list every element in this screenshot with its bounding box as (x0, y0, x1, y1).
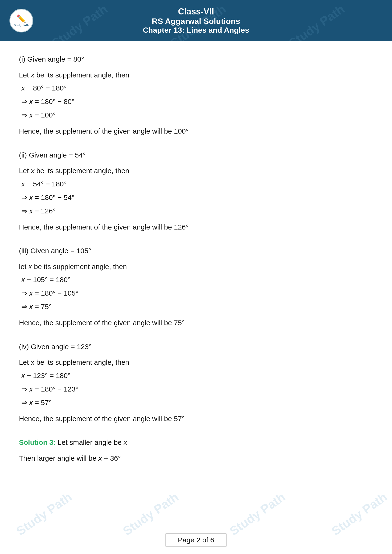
solution3-text1: Let smaller angle be (58, 438, 124, 446)
eq1-iii: x + 105° = 180° (21, 273, 373, 286)
section-iii: (iii) Given angle = 105° let x be its su… (19, 245, 373, 329)
conclusion-i: Hence, the supplement of the given angle… (19, 125, 373, 138)
logo-text: Study Path (14, 23, 29, 27)
solution3-label: Solution 3: (19, 438, 56, 446)
solution3-line1: Solution 3: Let smaller angle be x (19, 436, 373, 449)
given-i: (i) Given angle = 80° (19, 53, 373, 66)
eq1-ii: x + 54° = 180° (21, 177, 373, 191)
var-x-i: x (31, 71, 34, 79)
given-iv: (iv) Given angle = 123° (19, 341, 373, 353)
solution3-section: Solution 3: Let smaller angle be x Then … (19, 436, 373, 464)
conclusion-iv: Hence, the supplement of the given angle… (19, 413, 373, 425)
let-stmt-ii: Let x be its supplement angle, then (19, 165, 373, 177)
eq1-iv: x + 123° = 180° (21, 369, 373, 382)
section-ii: (ii) Given angle = 54° Let x be its supp… (19, 149, 373, 234)
given-ii: (ii) Given angle = 54° (19, 149, 373, 161)
watermark-35: Study Path (329, 490, 390, 538)
page-number-text: Page 2 of 6 (178, 536, 214, 544)
eq2-ii: ⇒ x = 180° − 54° (21, 191, 373, 204)
watermark-34: Study Path (227, 490, 288, 538)
let-stmt-i: Let x be its supplement angle, then (19, 69, 373, 82)
given-iii: (iii) Given angle = 105° (19, 245, 373, 257)
solution3-var1: x (124, 438, 127, 446)
solution3-var2: x (98, 454, 102, 462)
watermark-33: Study Path (120, 490, 181, 538)
conclusion-ii: Hence, the supplement of the given angle… (19, 221, 373, 234)
eq2-i: ⇒ x = 180° − 80° (21, 95, 373, 108)
header-line1: Class-VII (143, 7, 249, 17)
eq2-iii: ⇒ x = 180° − 105° (21, 286, 373, 300)
section-iv: (iv) Given angle = 123° Let x be its sup… (19, 341, 373, 425)
header-line3: Chapter 13: Lines and Angles (143, 26, 249, 35)
page-header: ✏️ Study Path Class-VII RS Aggarwal Solu… (0, 0, 392, 41)
header-titles: Class-VII RS Aggarwal Solutions Chapter … (143, 7, 249, 35)
watermark-32: Study Path (14, 490, 74, 538)
eq1-i: x + 80° = 180° (21, 81, 373, 95)
solution3-line2: Then larger angle will be x + 36° (19, 452, 373, 465)
footer-inner: Page 2 of 6 (165, 533, 226, 547)
let-stmt-iii: let x be its supplement angle, then (19, 261, 373, 273)
eq2-iv: ⇒ x = 180° − 123° (21, 382, 373, 396)
conclusion-iii: Hence, the supplement of the given angle… (19, 317, 373, 329)
let-stmt-iv: Let x be its supplement angle, then (19, 356, 373, 369)
logo-circle: ✏️ Study Path (9, 9, 33, 32)
header-line2: RS Aggarwal Solutions (143, 17, 249, 26)
page-content: (i) Given angle = 80° Let x be its suppl… (0, 41, 392, 490)
eq3-i: ⇒ x = 100° (21, 108, 373, 122)
eq3-iv: ⇒ x = 57° (21, 396, 373, 409)
section-i: (i) Given angle = 80° Let x be its suppl… (19, 53, 373, 138)
eq3-ii: ⇒ x = 126° (21, 204, 373, 218)
page-footer: Page 2 of 6 (0, 533, 392, 547)
logo-area: ✏️ Study Path (9, 9, 33, 32)
eq3-iii: ⇒ x = 75° (21, 300, 373, 313)
